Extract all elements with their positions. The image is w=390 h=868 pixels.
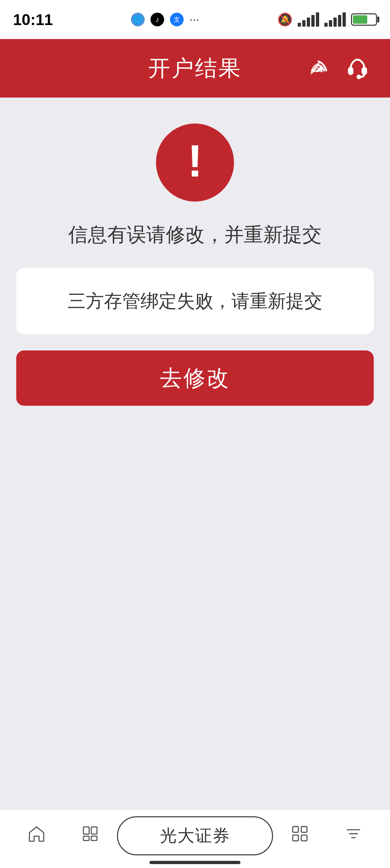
action-button[interactable]: 去修改: [16, 350, 374, 406]
error-icon-container: !: [156, 124, 234, 202]
exclamation-icon: !: [188, 138, 203, 184]
alipay-icon: 支: [170, 13, 184, 26]
header-icons: [305, 55, 370, 81]
bottom-indicator: [150, 861, 240, 864]
main-content: ! 信息有误请修改，并重新提交 三方存管绑定失败，请重新提交 去修改: [0, 97, 390, 809]
center-nav-item[interactable]: 光大证券: [117, 816, 273, 855]
svg-rect-7: [293, 827, 299, 832]
signal-bars-2: [324, 12, 346, 27]
pages-nav-item[interactable]: [63, 825, 117, 847]
error-detail-box: 三方存管绑定失败，请重新提交: [16, 268, 374, 334]
signal-bars-1: [298, 12, 319, 27]
center-button[interactable]: 光大证券: [117, 816, 273, 855]
home-icon: [28, 825, 45, 847]
header-title: 开户结果: [148, 54, 242, 83]
svg-rect-3: [84, 827, 89, 834]
svg-rect-10: [301, 835, 307, 841]
svg-rect-0: [349, 68, 352, 74]
home-nav-item[interactable]: [10, 825, 63, 847]
error-detail-text: 三方存管绑定失败，请重新提交: [68, 287, 322, 315]
grid-nav-item[interactable]: [273, 825, 327, 847]
app-header: 开户结果: [0, 39, 390, 97]
bottom-nav: 光大证券: [0, 809, 390, 868]
status-left-icons: 🌐 ♪ 支 ···: [131, 13, 199, 26]
status-right-icons: 🔕: [277, 12, 377, 27]
pages-icon: [81, 825, 99, 847]
svg-point-2: [358, 75, 360, 78]
browser-icon: 🌐: [131, 13, 144, 26]
center-button-label: 光大证券: [160, 825, 230, 847]
battery-fill: [353, 15, 367, 24]
error-message: 信息有误请修改，并重新提交: [68, 221, 322, 248]
status-bar: 10:11 🌐 ♪ 支 ··· 🔕: [0, 0, 390, 39]
action-button-label: 去修改: [160, 364, 230, 393]
phone-icon[interactable]: [305, 55, 331, 81]
battery-icon: [351, 13, 377, 26]
grid-icon: [291, 825, 309, 847]
list-icon: [345, 825, 362, 847]
list-nav-item[interactable]: [327, 825, 380, 847]
svg-rect-5: [84, 836, 89, 840]
more-icon: ···: [190, 13, 199, 26]
svg-rect-9: [293, 835, 299, 841]
notification-icon: 🔕: [277, 12, 292, 27]
headset-icon[interactable]: [345, 55, 370, 81]
svg-rect-6: [91, 836, 97, 840]
tiktok-icon: ♪: [151, 13, 164, 26]
status-time: 10:11: [13, 11, 53, 29]
svg-rect-4: [91, 827, 97, 834]
svg-rect-8: [301, 827, 307, 832]
